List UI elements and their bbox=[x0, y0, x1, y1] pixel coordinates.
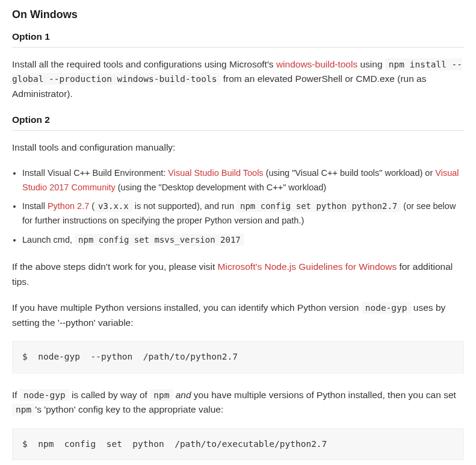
code-npm-config-msvs: npm config set msvs_version 2017 bbox=[75, 234, 244, 246]
code-v3xx: v3.x.x bbox=[94, 200, 132, 212]
text: is not supported), and run bbox=[132, 201, 236, 211]
heading-option-1: Option 1 bbox=[12, 30, 464, 45]
text: (using "Visual C++ build tools" workload… bbox=[264, 168, 436, 178]
option1-paragraph: Install all the required tools and confi… bbox=[12, 57, 464, 102]
code-block-npm-config-python: $ npm config set python /path/to/executa… bbox=[12, 428, 464, 460]
link-windows-build-tools[interactable]: windows-build-tools bbox=[276, 59, 357, 69]
text: (using the "Desktop development with C++… bbox=[116, 183, 326, 192]
heading-option-2: Option 2 bbox=[12, 113, 464, 128]
code-npm-config-python: npm config set python python2.7 bbox=[236, 200, 401, 212]
option2-guidelines-paragraph: If the above steps didn't work for you, … bbox=[12, 260, 464, 290]
link-python-27[interactable]: Python 2.7 bbox=[48, 201, 89, 211]
link-ms-nodejs-guidelines[interactable]: Microsoft's Node.js Guidelines for Windo… bbox=[218, 261, 397, 272]
option2-list: Install Visual C++ Build Environment: Vi… bbox=[12, 166, 464, 248]
option2-python-variable-paragraph: If you have multiple Python versions ins… bbox=[12, 301, 464, 331]
code-content: $ node-gyp --python /path/to/python2.7 bbox=[22, 352, 238, 361]
text: is called by way of bbox=[69, 390, 150, 400]
text: If you have multiple Python versions ins… bbox=[12, 302, 362, 313]
em-and: and bbox=[176, 390, 191, 400]
heading-rule bbox=[12, 47, 464, 48]
text: If the above steps didn't work for you, … bbox=[12, 261, 218, 272]
text: Install Visual C++ Build Environment: bbox=[22, 168, 168, 178]
code-npm: npm bbox=[150, 389, 173, 401]
text: using bbox=[357, 59, 385, 69]
code-content: $ npm config set python /path/to/executa… bbox=[22, 439, 327, 449]
code-node-gyp: node-gyp bbox=[20, 389, 69, 401]
text: you have multiple versions of Python ins… bbox=[191, 390, 456, 400]
option2-intro: Install tools and configuration manually… bbox=[12, 140, 464, 155]
code-npm: npm bbox=[12, 404, 35, 416]
list-item: Install Visual C++ Build Environment: Vi… bbox=[22, 166, 464, 195]
code-block-node-gyp-python: $ node-gyp --python /path/to/python2.7 bbox=[12, 341, 464, 373]
text: If bbox=[12, 390, 20, 400]
heading-rule bbox=[12, 130, 464, 131]
list-item: Launch cmd, npm config set msvs_version … bbox=[22, 233, 464, 248]
option2-npm-python-paragraph: If node-gyp is called by way of npm and … bbox=[12, 388, 464, 418]
text: Install all the required tools and confi… bbox=[12, 59, 276, 69]
text: Launch cmd, bbox=[22, 235, 75, 245]
heading-on-windows: On Windows bbox=[12, 6, 464, 23]
text: ( bbox=[89, 201, 94, 211]
link-vs-build-tools[interactable]: Visual Studio Build Tools bbox=[168, 168, 263, 178]
code-node-gyp: node-gyp bbox=[362, 302, 411, 314]
list-item: Install Python 2.7 (v3.x.x is not suppor… bbox=[22, 199, 464, 228]
text: Install bbox=[22, 201, 48, 211]
text: 's 'python' config key to the appropriat… bbox=[35, 404, 223, 414]
